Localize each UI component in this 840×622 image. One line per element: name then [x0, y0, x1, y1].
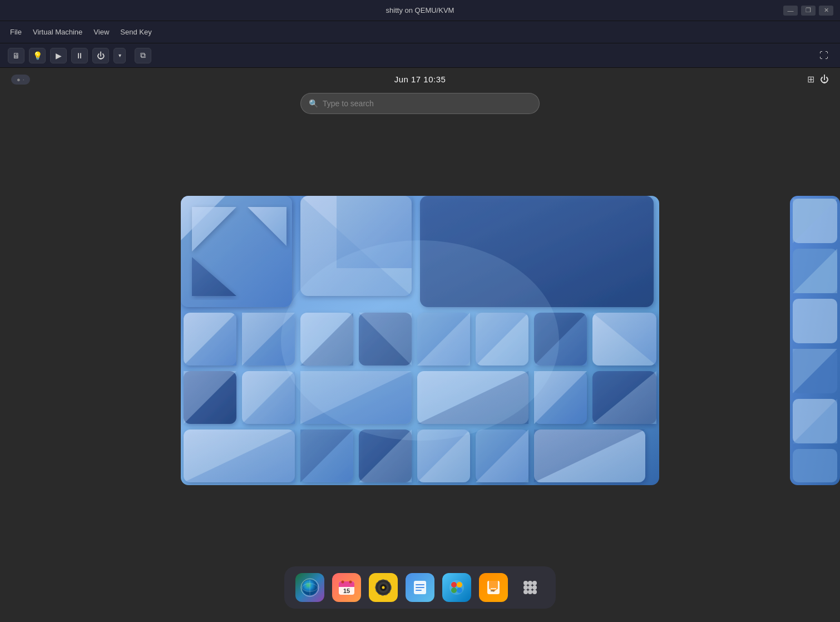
vm-topbar: ● · Jun 17 10:35 ⊞ ⏻	[0, 68, 840, 91]
svg-point-99	[532, 590, 537, 594]
dock: 15	[284, 566, 556, 609]
svg-rect-57	[793, 299, 837, 343]
dock-icon-grid[interactable]	[516, 573, 545, 602]
vm-datetime: Jun 17 10:35	[394, 75, 446, 84]
svg-rect-62	[793, 449, 837, 482]
vm-content: ● · Jun 17 10:35 ⊞ ⏻ 🔍	[0, 68, 840, 622]
dock-icon-music[interactable]	[369, 573, 398, 602]
menu-virtual-machine[interactable]: Virtual Machine	[28, 26, 87, 38]
svg-point-84	[457, 582, 462, 588]
vm-status-area: ● ·	[11, 75, 30, 85]
svg-point-92	[528, 581, 532, 585]
svg-rect-69	[339, 585, 354, 587]
power-button[interactable]: ⏻	[92, 48, 109, 63]
title-bar: shitty on QEMU/KVM — ❐ ✕	[0, 0, 840, 21]
restore-button[interactable]: ❐	[801, 6, 816, 16]
status-dash: ·	[23, 76, 24, 83]
status-pill: ● ·	[11, 75, 30, 85]
wallpaper-area	[0, 123, 840, 557]
vm-topbar-right: ⊞ ⏻	[807, 74, 829, 85]
vm-power-icon[interactable]: ⏻	[820, 75, 829, 85]
menu-bar: File Virtual Machine View Send Key	[0, 21, 840, 43]
bulb-button[interactable]: 💡	[29, 48, 46, 63]
menu-send-key[interactable]: Send Key	[116, 26, 156, 38]
svg-point-97	[523, 590, 528, 594]
pause-button[interactable]: ⏸	[71, 48, 88, 63]
svg-point-94	[523, 585, 528, 590]
dropdown-button[interactable]: ▾	[113, 48, 126, 63]
svg-text:15: 15	[343, 588, 350, 594]
dock-icon-calendar[interactable]: 15	[332, 573, 361, 602]
svg-point-95	[528, 585, 532, 590]
wallpaper-main	[181, 196, 659, 485]
dock-icon-earth[interactable]	[295, 573, 324, 602]
wallpaper-side	[790, 196, 840, 485]
svg-point-98	[528, 590, 532, 594]
status-dot: ●	[17, 76, 21, 83]
minimize-button[interactable]: —	[783, 6, 798, 16]
network-icon[interactable]: ⊞	[807, 74, 814, 85]
menu-file[interactable]: File	[6, 26, 26, 38]
search-input[interactable]	[323, 99, 531, 108]
close-button[interactable]: ✕	[819, 6, 833, 16]
svg-point-72	[349, 581, 352, 584]
search-icon: 🔍	[309, 99, 318, 108]
copy-display-button[interactable]: ⧉	[135, 48, 151, 63]
svg-point-51	[281, 240, 559, 441]
svg-point-93	[532, 581, 537, 585]
dock-icon-store[interactable]	[442, 573, 471, 602]
dock-area: 15	[0, 557, 840, 622]
menu-view[interactable]: View	[89, 26, 113, 38]
svg-point-71	[342, 581, 344, 584]
svg-point-86	[457, 588, 462, 593]
dock-icon-tasks[interactable]	[479, 573, 508, 602]
monitor-button[interactable]: 🖥	[8, 48, 24, 63]
search-bar: 🔍	[300, 93, 540, 114]
svg-point-82	[449, 580, 464, 595]
play-button[interactable]: ▶	[50, 48, 67, 63]
window-title: shitty on QEMU/KVM	[386, 6, 454, 14]
svg-point-83	[451, 582, 457, 588]
svg-point-85	[451, 588, 457, 593]
fullscreen-button[interactable]: ⛶	[816, 48, 832, 63]
window-controls: — ❐ ✕	[783, 6, 833, 16]
svg-point-96	[532, 585, 537, 590]
svg-point-91	[523, 581, 528, 585]
dock-icon-notes[interactable]	[406, 573, 434, 602]
toolbar: 🖥 💡 ▶ ⏸ ⏻ ▾ ⧉ ⛶	[0, 43, 840, 68]
svg-point-76	[382, 586, 385, 589]
search-container: 🔍	[0, 91, 840, 123]
